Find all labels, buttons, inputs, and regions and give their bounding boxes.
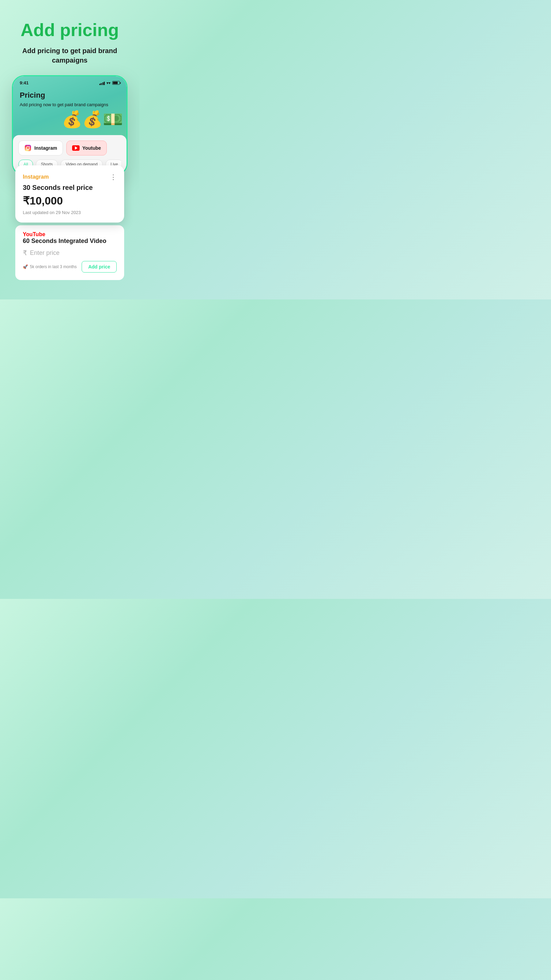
signal-icon <box>99 81 105 85</box>
card-platform-youtube: YouTube <box>23 231 117 237</box>
price-input-placeholder[interactable]: Enter price <box>30 250 60 256</box>
orders-emoji: 🚀 <box>23 264 28 269</box>
instagram-tab[interactable]: Instagram <box>18 140 63 156</box>
card-price: ₹10,000 <box>23 194 117 207</box>
rupee-symbol: ₹ <box>23 249 27 257</box>
screen-header: Pricing Add pricing now to get paid bran… <box>13 88 127 135</box>
add-price-button[interactable]: Add price <box>82 261 117 272</box>
svg-point-2 <box>29 146 30 147</box>
orders-info: 🚀 5k orders in last 3 months <box>23 264 76 269</box>
youtube-icon <box>72 145 79 151</box>
platform-tabs: Instagram Youtube <box>18 140 121 156</box>
status-bar: 9:41 ▾▾ <box>13 76 127 88</box>
page-header: Add pricing Add pricing to get paid bran… <box>0 0 140 75</box>
instagram-icon <box>24 144 32 152</box>
youtube-tab[interactable]: Youtube <box>66 140 107 156</box>
page-subtitle: Add pricing to get paid brand campaigns <box>10 46 129 65</box>
card-updated: Last updated on 29 Nov 2023 <box>23 210 117 215</box>
svg-rect-0 <box>25 145 31 151</box>
card-header: Instagram ⋮ <box>23 173 117 181</box>
youtube-tab-label: Youtube <box>82 145 101 151</box>
wifi-icon: ▾▾ <box>106 81 111 86</box>
money-decoration: 💰💰💵 <box>62 111 123 127</box>
battery-icon <box>112 81 120 85</box>
youtube-card-title: 60 Seconds Integrated Video <box>23 237 117 245</box>
price-input-row: ₹ Enter price <box>23 249 117 257</box>
card-footer: 🚀 5k orders in last 3 months Add price <box>23 261 117 272</box>
card-platform-instagram: Instagram <box>23 174 49 180</box>
youtube-pricing-card: YouTube 60 Seconds Integrated Video ₹ En… <box>15 225 124 280</box>
instagram-pricing-card: Instagram ⋮ 30 Seconds reel price ₹10,00… <box>15 165 124 223</box>
instagram-tab-label: Instagram <box>34 145 57 151</box>
page-title: Add pricing <box>10 21 129 40</box>
screen-subtitle: Add pricing now to get paid brand campai… <box>20 102 120 108</box>
more-options-icon[interactable]: ⋮ <box>110 173 117 181</box>
status-time: 9:41 <box>20 80 29 86</box>
status-icons: ▾▾ <box>99 81 120 86</box>
phone-mockup: 9:41 ▾▾ Pricing Add prici <box>12 75 127 176</box>
screen-title: Pricing <box>20 91 120 100</box>
card-item-title: 30 Seconds reel price <box>23 184 117 192</box>
orders-text: 5k orders in last 3 months <box>30 264 76 269</box>
